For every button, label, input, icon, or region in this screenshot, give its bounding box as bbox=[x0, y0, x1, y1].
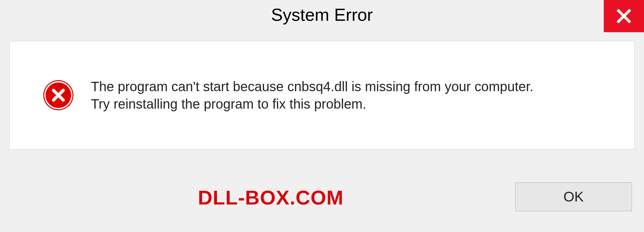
error-icon bbox=[43, 80, 73, 110]
close-button[interactable] bbox=[604, 0, 644, 32]
close-icon bbox=[616, 8, 632, 24]
content-panel: The program can't start because cnbsq4.d… bbox=[9, 41, 635, 150]
titlebar: System Error bbox=[0, 0, 644, 34]
dialog-title: System Error bbox=[271, 5, 373, 25]
ok-button-label: OK bbox=[564, 189, 584, 205]
system-error-dialog: System Error The program can't start bec… bbox=[0, 0, 644, 232]
error-message: The program can't start because cnbsq4.d… bbox=[91, 78, 533, 113]
error-message-line1: The program can't start because cnbsq4.d… bbox=[91, 78, 533, 95]
ok-button[interactable]: OK bbox=[515, 182, 632, 211]
error-message-line2: Try reinstalling the program to fix this… bbox=[91, 95, 533, 113]
watermark-text: DLL-BOX.COM bbox=[198, 186, 343, 209]
